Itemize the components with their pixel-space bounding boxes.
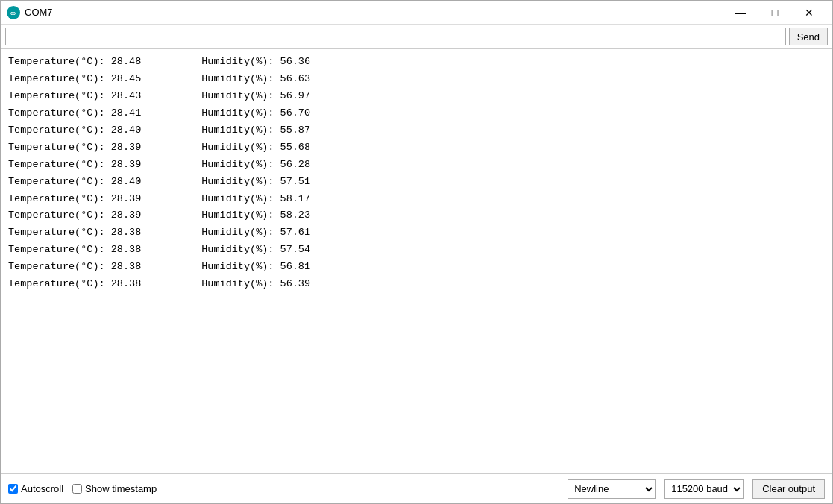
show-timestamp-label: Show timestamp xyxy=(85,483,157,494)
arduino-icon: ∞ xyxy=(7,6,20,19)
output-line: Temperature(°C): 28.38 Humidity(%): 56.8… xyxy=(8,259,825,276)
output-line: Temperature(°C): 28.45 Humidity(%): 56.6… xyxy=(8,71,825,88)
autoscroll-label: Autoscroll xyxy=(21,483,63,494)
toolbar: Send xyxy=(1,25,832,49)
send-input[interactable] xyxy=(5,28,786,45)
output-line: Temperature(°C): 28.39 Humidity(%): 58.1… xyxy=(8,191,825,208)
window-title: COM7 xyxy=(25,7,723,18)
output-line: Temperature(°C): 28.38 Humidity(%): 56.3… xyxy=(8,276,825,293)
autoscroll-checkbox[interactable] xyxy=(8,484,18,494)
close-button[interactable]: ✕ xyxy=(792,1,826,25)
autoscroll-group: Autoscroll xyxy=(8,483,63,494)
title-bar: ∞ COM7 — □ ✕ xyxy=(1,1,832,25)
show-timestamp-group: Show timestamp xyxy=(72,483,157,494)
output-area: Temperature(°C): 28.48 Humidity(%): 56.3… xyxy=(1,49,832,473)
baud-group: 300 baud1200 baud2400 baud4800 baud9600 … xyxy=(664,479,744,499)
baud-select[interactable]: 300 baud1200 baud2400 baud4800 baud9600 … xyxy=(664,479,744,499)
output-line: Temperature(°C): 28.38 Humidity(%): 57.5… xyxy=(8,242,825,259)
main-window: ∞ COM7 — □ ✕ Send Temperature(°C): 28.48… xyxy=(0,0,833,504)
newline-select[interactable]: No line endingNewlineCarriage returnBoth… xyxy=(568,479,656,499)
minimize-button[interactable]: — xyxy=(723,1,758,25)
send-button[interactable]: Send xyxy=(789,28,828,45)
show-timestamp-checkbox[interactable] xyxy=(72,484,82,494)
output-line: Temperature(°C): 28.39 Humidity(%): 55.6… xyxy=(8,139,825,157)
clear-output-button[interactable]: Clear output xyxy=(752,479,825,499)
maximize-button[interactable]: □ xyxy=(758,1,792,25)
output-line: Temperature(°C): 28.43 Humidity(%): 56.9… xyxy=(8,88,825,105)
output-line: Temperature(°C): 28.41 Humidity(%): 56.7… xyxy=(8,105,825,122)
output-line: Temperature(°C): 28.39 Humidity(%): 56.2… xyxy=(8,157,825,174)
svg-text:∞: ∞ xyxy=(10,9,16,17)
output-line: Temperature(°C): 28.40 Humidity(%): 57.5… xyxy=(8,174,825,191)
output-line: Temperature(°C): 28.48 Humidity(%): 56.3… xyxy=(8,54,825,71)
newline-group: No line endingNewlineCarriage returnBoth… xyxy=(568,479,656,499)
output-line: Temperature(°C): 28.38 Humidity(%): 57.6… xyxy=(8,224,825,242)
output-line: Temperature(°C): 28.40 Humidity(%): 55.8… xyxy=(8,122,825,139)
window-controls: — □ ✕ xyxy=(723,1,826,25)
status-bar: Autoscroll Show timestamp No line ending… xyxy=(1,473,832,503)
output-line: Temperature(°C): 28.39 Humidity(%): 58.2… xyxy=(8,207,825,224)
